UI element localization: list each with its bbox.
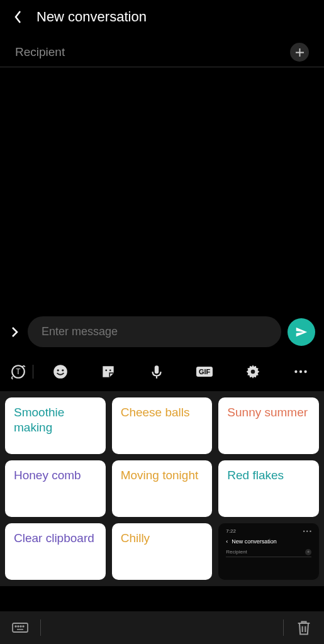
emoji-icon[interactable] <box>52 364 69 380</box>
clipboard-item[interactable]: Cheese balls <box>112 397 213 454</box>
clipboard-panel: Smoothie making Cheese balls Sunny summe… <box>0 391 324 586</box>
svg-point-2 <box>53 365 67 379</box>
text-format-icon[interactable]: T <box>10 364 26 380</box>
microphone-icon[interactable] <box>148 364 165 380</box>
clipboard-screenshot-item[interactable]: 7:22 ▪ ▪ ▪ ‹ New conversation Recipient … <box>218 523 319 580</box>
screenshot-recipient: Recipient + <box>226 549 311 557</box>
svg-point-15 <box>20 626 21 627</box>
clipboard-item[interactable]: Smoothie making <box>5 397 106 454</box>
svg-point-10 <box>299 370 302 373</box>
svg-point-3 <box>57 369 59 371</box>
sticker-icon[interactable] <box>100 364 116 380</box>
gif-icon[interactable]: GIF <box>196 364 213 380</box>
svg-point-13 <box>15 626 16 627</box>
svg-point-16 <box>23 626 24 627</box>
svg-point-6 <box>109 369 111 371</box>
add-recipient-button[interactable] <box>290 43 309 62</box>
bottom-divider <box>40 619 41 636</box>
clipboard-item[interactable]: Honey comb <box>5 460 106 517</box>
back-icon[interactable] <box>13 11 24 23</box>
svg-point-5 <box>106 369 108 371</box>
svg-point-11 <box>304 370 306 373</box>
svg-rect-12 <box>13 623 28 632</box>
svg-text:T: T <box>16 367 20 376</box>
screenshot-statusbar: 7:22 ▪ ▪ ▪ <box>226 528 311 535</box>
keyboard-icon[interactable] <box>11 619 29 636</box>
message-input[interactable] <box>28 316 281 347</box>
svg-point-8 <box>250 370 255 374</box>
recipient-field[interactable]: Recipient <box>15 45 290 59</box>
more-icon[interactable] <box>293 364 309 380</box>
send-button[interactable] <box>288 318 315 346</box>
svg-point-4 <box>62 369 64 371</box>
svg-rect-7 <box>155 365 159 374</box>
svg-point-9 <box>294 370 297 373</box>
bottom-divider <box>283 619 284 636</box>
expand-icon[interactable] <box>9 326 21 338</box>
clipboard-item[interactable]: Clear clipboard <box>5 523 106 580</box>
page-title: New conversation <box>36 9 147 25</box>
clipboard-item[interactable]: Moving tonight <box>112 460 213 517</box>
screenshot-header: ‹ New conversation <box>226 538 311 545</box>
svg-point-14 <box>18 626 19 627</box>
trash-icon[interactable] <box>295 619 313 636</box>
svg-rect-17 <box>17 629 23 630</box>
clipboard-item[interactable]: Chilly <box>112 523 213 580</box>
clipboard-item[interactable]: Sunny summer <box>218 397 319 454</box>
settings-icon[interactable] <box>245 364 261 380</box>
clipboard-item[interactable]: Red flakes <box>218 460 319 517</box>
toolbar-divider <box>33 365 33 379</box>
